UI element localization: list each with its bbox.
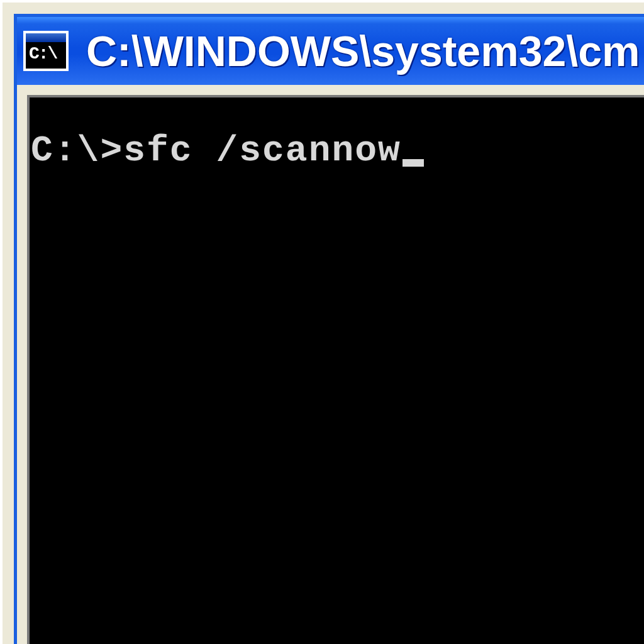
cmd-icon: C:\	[23, 31, 69, 71]
command-line: C:\>sfc /scannow	[31, 133, 644, 169]
window-title: C:\WINDOWS\system32\cm	[86, 26, 640, 75]
console-output[interactable]: C:\>sfc /scannow	[27, 95, 644, 644]
window-client-area: C:\>sfc /scannow	[17, 85, 644, 644]
command-text: sfc /scannow	[123, 133, 401, 169]
cmd-window: C:\ C:\WINDOWS\system32\cm C:\>sfc /scan…	[14, 14, 644, 644]
cmd-icon-label: C:\	[29, 45, 57, 63]
prompt-text: C:\>	[31, 133, 123, 169]
desktop-background: C:\ C:\WINDOWS\system32\cm C:\>sfc /scan…	[0, 0, 644, 644]
text-cursor	[402, 159, 424, 167]
title-bar[interactable]: C:\ C:\WINDOWS\system32\cm	[17, 17, 644, 85]
